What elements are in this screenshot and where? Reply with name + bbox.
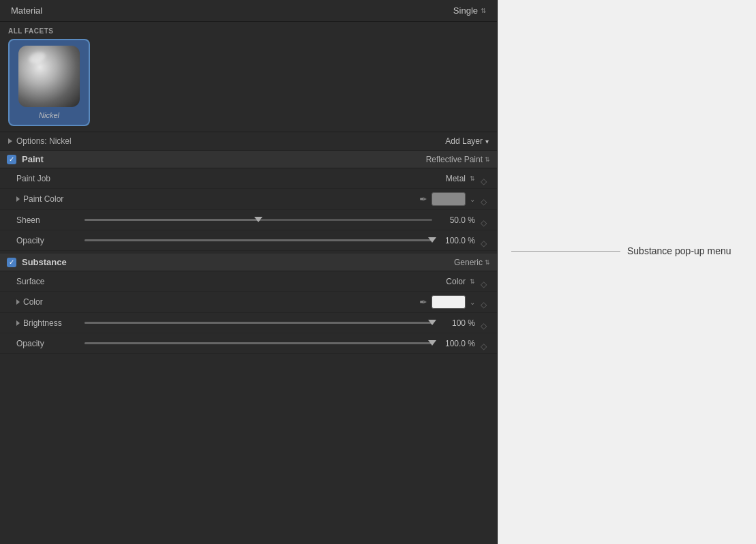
brightness-slider-thumb[interactable] <box>428 320 436 325</box>
paint-job-keyframe-icon[interactable] <box>481 175 489 183</box>
brightness-row: Brightness 100 % <box>0 313 497 333</box>
surface-arrows: ⇅ <box>470 278 475 285</box>
paint-type-dropdown[interactable]: Reflective Paint ⇅ <box>426 155 490 164</box>
right-area: Substance pop-up menu <box>498 0 756 544</box>
substance-color-chevron-icon[interactable]: ⌄ <box>470 299 475 306</box>
paint-color-row: Paint Color ✒ ⌄ <box>0 189 497 210</box>
brightness-expand-icon <box>16 320 20 326</box>
paint-opacity-label: Opacity <box>16 236 85 245</box>
substance-type-arrows: ⇅ <box>485 259 490 266</box>
add-layer-button[interactable]: Add Layer ▾ <box>445 136 489 146</box>
substance-color-eyedropper-icon[interactable]: ✒ <box>419 297 427 307</box>
paint-opacity-keyframe-icon[interactable] <box>481 237 489 245</box>
single-label: Single <box>453 5 478 16</box>
paint-opacity-row: Opacity 100.0 % <box>0 230 497 251</box>
paint-color-swatch[interactable] <box>432 192 466 206</box>
paint-job-control[interactable]: Metal ⇅ <box>446 174 475 183</box>
surface-label: Surface <box>16 277 85 286</box>
paint-job-arrows: ⇅ <box>470 175 475 182</box>
sheen-slider-track[interactable] <box>85 219 432 221</box>
surface-value: Color <box>446 277 466 286</box>
substance-type-value: Generic <box>454 258 483 267</box>
substance-opacity-label: Opacity <box>16 339 85 348</box>
sheen-slider-thumb[interactable] <box>254 217 262 222</box>
sheen-label: Sheen <box>16 215 85 225</box>
substance-color-label[interactable]: Color <box>16 297 85 307</box>
substance-opacity-slider-fill <box>85 342 432 344</box>
surface-row: Surface Color ⇅ <box>0 271 497 292</box>
brightness-slider-track[interactable] <box>85 322 432 324</box>
substance-opacity-row: Opacity 100.0 % <box>0 333 497 354</box>
sheen-slider-container: 50.0 % <box>85 215 475 225</box>
paint-color-expand-icon <box>16 196 20 202</box>
substance-label: Substance <box>22 257 454 267</box>
callout-line <box>511 251 620 252</box>
material-panel: Material Single ⇅ ALL FACETS Nickel Opti… <box>0 0 498 544</box>
sheen-keyframe-icon[interactable] <box>481 216 489 224</box>
surface-keyframe-icon[interactable] <box>481 277 489 286</box>
paint-color-keyframe-icon[interactable] <box>481 195 489 203</box>
add-layer-label: Add Layer <box>445 136 483 146</box>
substance-opacity-slider-container: 100.0 % <box>85 339 475 348</box>
paint-opacity-slider-track[interactable] <box>85 239 432 241</box>
surface-control[interactable]: Color ⇅ <box>446 277 475 286</box>
options-row: Options: Nickel Add Layer ▾ <box>0 132 497 151</box>
substance-color-expand-icon <box>16 299 20 305</box>
panel-header: Material Single ⇅ <box>0 0 497 22</box>
brightness-value: 100 % <box>438 318 475 328</box>
callout-container: Substance pop-up menu <box>511 245 731 256</box>
substance-color-control: ✒ ⌄ <box>419 295 475 309</box>
options-triangle-icon <box>8 138 12 144</box>
substance-opacity-slider-thumb[interactable] <box>428 340 436 346</box>
panel-title: Material <box>11 5 42 16</box>
paint-type-value: Reflective Paint <box>426 155 483 164</box>
paint-color-label[interactable]: Paint Color <box>16 194 85 204</box>
material-sphere <box>18 46 80 107</box>
brightness-keyframe-icon[interactable] <box>481 319 489 327</box>
paint-section-header[interactable]: ✓ Paint Reflective Paint ⇅ <box>0 151 497 168</box>
substance-color-row: Color ✒ ⌄ <box>0 292 497 313</box>
paint-color-eyedropper-icon[interactable]: ✒ <box>419 194 427 205</box>
substance-opacity-slider-track[interactable] <box>85 342 432 344</box>
brightness-slider-container: 100 % <box>85 318 475 328</box>
paint-checkbox[interactable]: ✓ <box>7 155 16 164</box>
paint-job-label: Paint Job <box>16 174 85 183</box>
callout-label: Substance pop-up menu <box>627 245 731 256</box>
substance-opacity-keyframe-icon[interactable] <box>481 339 489 348</box>
sheen-row: Sheen 50.0 % <box>0 210 497 230</box>
paint-job-value: Metal <box>446 174 466 183</box>
paint-checkmark-icon: ✓ <box>9 156 14 163</box>
single-arrows: ⇅ <box>481 7 486 14</box>
substance-checkbox[interactable]: ✓ <box>7 258 16 267</box>
paint-color-control: ✒ ⌄ <box>419 192 475 206</box>
substance-section-header[interactable]: ✓ Substance Generic ⇅ <box>0 254 497 271</box>
add-layer-chevron-icon: ▾ <box>485 138 489 145</box>
brightness-slider-fill <box>85 322 432 324</box>
material-preview-area: ALL FACETS Nickel <box>0 22 497 132</box>
sheen-value: 50.0 % <box>438 215 475 225</box>
substance-type-dropdown[interactable]: Generic ⇅ <box>454 258 490 267</box>
substance-opacity-value: 100.0 % <box>438 339 475 348</box>
paint-opacity-slider-container: 100.0 % <box>85 236 475 245</box>
single-control[interactable]: Single ⇅ <box>453 5 486 16</box>
substance-color-keyframe-icon[interactable] <box>481 298 489 306</box>
paint-color-chevron-icon[interactable]: ⌄ <box>470 196 475 203</box>
paint-label: Paint <box>22 154 426 164</box>
material-card[interactable]: Nickel <box>8 39 90 126</box>
options-label: Options: Nickel <box>16 136 72 146</box>
sheen-slider-fill <box>85 219 258 221</box>
paint-opacity-slider-fill <box>85 239 432 241</box>
substance-color-swatch[interactable] <box>432 295 466 309</box>
substance-checkmark-icon: ✓ <box>9 259 14 266</box>
facet-label: ALL FACETS <box>8 27 489 35</box>
brightness-label[interactable]: Brightness <box>16 318 85 328</box>
material-name: Nickel <box>39 111 59 119</box>
paint-job-row: Paint Job Metal ⇅ <box>0 168 497 189</box>
paint-opacity-slider-thumb[interactable] <box>428 237 436 243</box>
paint-opacity-value: 100.0 % <box>438 236 475 245</box>
paint-type-arrows: ⇅ <box>485 156 490 163</box>
options-expand[interactable]: Options: Nickel <box>8 136 72 146</box>
